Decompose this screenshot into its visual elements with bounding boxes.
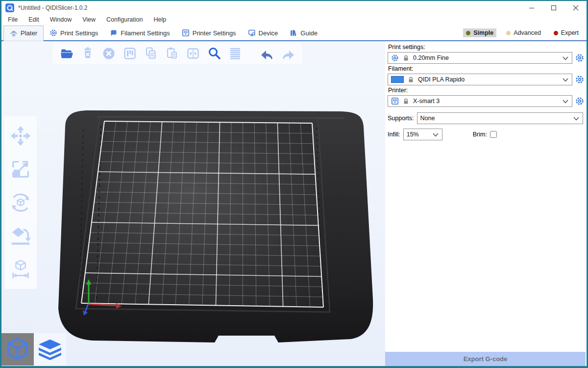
undo-button[interactable] — [259, 45, 275, 62]
viewport-toolbar — [52, 43, 302, 64]
settings-panel: Print settings: 0.20mm Fine Filament: QI… — [385, 41, 587, 366]
place-on-face-button[interactable] — [8, 223, 33, 249]
menu-edit[interactable]: Edit — [23, 14, 45, 26]
mode-selector: Simple Advanced Expert — [463, 26, 587, 40]
app-window: *Untitled - QIDISlicer-1.0.2 File Edit W… — [0, 0, 588, 368]
delete-button[interactable] — [79, 45, 96, 62]
tabbar: Plater Print Settings Filament Settings … — [1, 26, 587, 41]
tab-device[interactable]: Device — [242, 26, 284, 40]
export-gcode-button[interactable]: Export G-code — [385, 352, 586, 366]
scale-button[interactable] — [8, 157, 33, 182]
printer-icon — [182, 29, 190, 37]
layer-height-button[interactable] — [227, 45, 244, 62]
close-button[interactable] — [564, 1, 587, 14]
print-settings-label: Print settings: — [388, 44, 585, 51]
lock-icon — [402, 54, 410, 62]
gizmo-toolbar — [4, 116, 37, 289]
menu-view[interactable]: View — [77, 14, 101, 26]
plater-icon — [10, 29, 18, 37]
device-icon — [248, 29, 256, 37]
preview-view-button[interactable] — [34, 333, 66, 366]
lock-icon — [407, 76, 415, 83]
menu-configuration[interactable]: Configuration — [101, 14, 148, 26]
menu-help[interactable]: Help — [148, 14, 172, 26]
mode-advanced[interactable]: Advanced — [503, 28, 544, 37]
printer-combo[interactable]: X-smart 3 — [388, 95, 572, 107]
tab-printer-settings[interactable]: Printer Settings — [176, 26, 242, 40]
lock-icon — [402, 98, 410, 105]
print-settings-combo[interactable]: 0.20mm Fine — [388, 52, 572, 64]
tab-guide[interactable]: Guide — [284, 26, 323, 40]
gear-icon — [49, 29, 57, 37]
supports-label: Supports: — [388, 115, 414, 122]
open-button[interactable] — [58, 45, 75, 62]
menu-window[interactable]: Window — [45, 14, 77, 26]
mode-simple[interactable]: Simple — [463, 28, 496, 37]
infill-label: Infill: — [388, 131, 400, 138]
supports-combo[interactable]: None — [417, 112, 583, 124]
tab-print-settings[interactable]: Print Settings — [44, 26, 104, 40]
filament-combo[interactable]: QIDI PLA Rapido — [388, 74, 572, 85]
printer-gear-button[interactable] — [575, 97, 585, 105]
filament-gear-button[interactable] — [575, 75, 585, 84]
chevron-down-icon — [563, 78, 568, 82]
window-title: *Untitled - QIDISlicer-1.0.2 — [18, 4, 87, 11]
infill-combo[interactable]: 15% — [403, 129, 442, 140]
chevron-down-icon — [563, 100, 568, 104]
redo-button[interactable] — [280, 45, 296, 62]
chevron-down-icon — [563, 56, 568, 60]
rotate-button[interactable] — [8, 190, 33, 215]
arrange-button[interactable] — [122, 45, 138, 62]
print-bed — [1, 41, 385, 366]
3d-viewport[interactable] — [1, 41, 385, 366]
copy-button[interactable] — [143, 45, 159, 62]
tab-plater[interactable]: Plater — [3, 26, 44, 41]
mode-expert[interactable]: Expert — [551, 28, 582, 37]
titlebar: *Untitled - QIDISlicer-1.0.2 — [1, 1, 587, 14]
window-frame: *Untitled - QIDISlicer-1.0.2 File Edit W… — [1, 1, 587, 366]
gear-icon — [391, 54, 399, 62]
mode-dot — [506, 31, 511, 35]
editor-view-button[interactable] — [1, 333, 34, 366]
measure-button[interactable] — [8, 257, 33, 282]
chevron-down-icon — [573, 117, 579, 121]
instances-button[interactable] — [185, 45, 201, 62]
brim-checkbox[interactable] — [490, 131, 497, 138]
mode-dot — [466, 31, 470, 35]
app-logo-icon — [5, 3, 14, 12]
view-switch — [1, 333, 66, 366]
chevron-down-icon — [433, 133, 439, 137]
maximize-button[interactable] — [542, 1, 564, 14]
search-button[interactable] — [206, 45, 222, 62]
mode-dot — [554, 31, 558, 35]
printer-label: Printer: — [388, 87, 585, 94]
menu-file[interactable]: File — [2, 14, 23, 26]
print-settings-gear-button[interactable] — [575, 53, 585, 62]
filament-icon — [110, 29, 118, 37]
filament-label: Filament: — [388, 65, 585, 72]
minimize-button[interactable] — [520, 1, 542, 14]
tab-filament-settings[interactable]: Filament Settings — [104, 26, 175, 40]
paste-button[interactable] — [164, 45, 180, 62]
printer-icon — [391, 97, 399, 105]
filament-color-swatch — [391, 76, 404, 83]
move-button[interactable] — [8, 123, 33, 149]
guide-books-icon — [290, 29, 297, 37]
brim-label: Brim: — [473, 131, 487, 138]
delete-all-button[interactable] — [100, 45, 117, 62]
menubar: File Edit Window View Configuration Help — [1, 14, 587, 26]
